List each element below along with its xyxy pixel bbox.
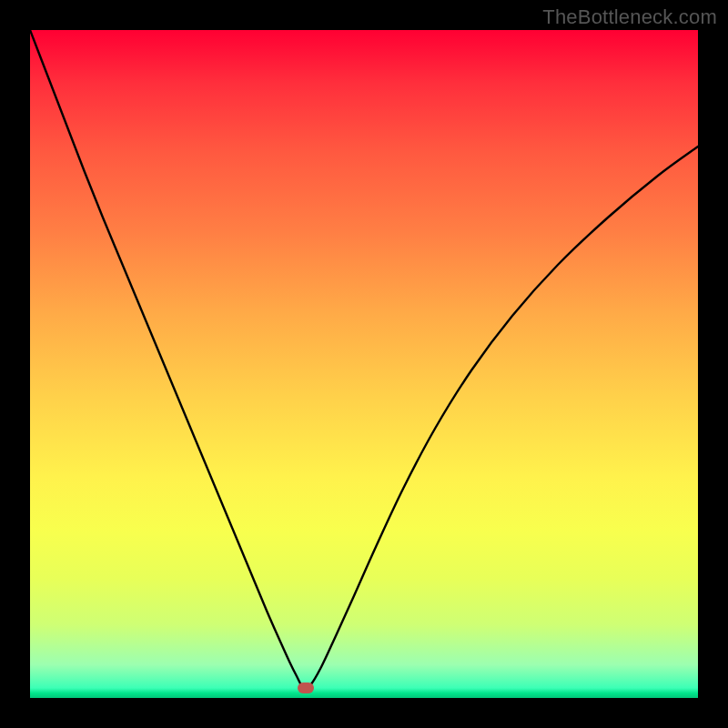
bottleneck-curve	[30, 30, 698, 698]
chart-frame: TheBottleneck.com	[0, 0, 728, 728]
watermark-text: TheBottleneck.com	[542, 5, 717, 29]
minimum-marker	[298, 682, 314, 693]
plot-area	[30, 30, 698, 698]
